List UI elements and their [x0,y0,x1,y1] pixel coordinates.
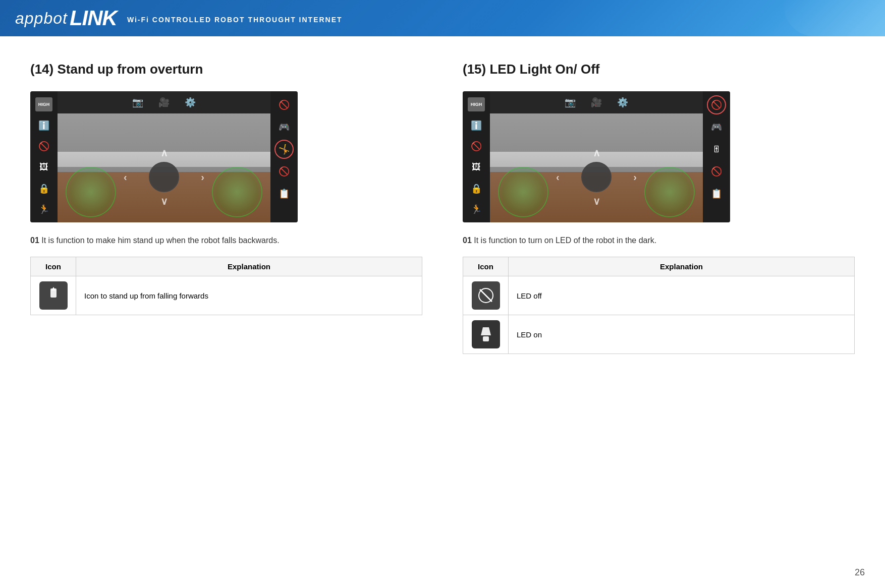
sidebar-right-no2-icon: 🚫 [274,162,294,181]
dpad-center-14 [149,162,179,192]
dpad-up-15: ∧ [593,147,600,159]
svg-line-3 [480,289,492,302]
robot-sidebar-left-14: HIGH ℹ️ 🚫 🖼 🔒 🏃 [30,91,58,222]
dpad-up-14: ∧ [160,147,168,159]
dpad-left-14: ‹ [124,171,127,183]
section-14-title: (14) Stand up from overturn [30,62,422,77]
robot-dpad-15: ∧ ∨ ‹ › [556,147,637,207]
logo-link: LINK [70,6,117,30]
sidebar-15-image-icon: 🖼 [467,158,486,177]
table-14-col-explanation: Explanation [76,257,422,276]
green-glow-right-15 [644,167,695,217]
robot-topbar-15: 📷 🎥 ⚙️ [490,91,703,113]
section-15-desc: 01 It is function to turn on LED of the … [463,234,855,247]
page-number: 26 [855,567,865,578]
table-15-led-on-cell [463,315,509,354]
robot-sidebar-right-15: 🚫 🎮 🎚 🚫 📋 [703,91,730,222]
section-14-desc-num: 01 [30,236,39,245]
sidebar-run-icon: 🏃 [34,200,53,218]
dpad-right-15: › [633,171,637,183]
robot-dpad-14: ∧ ∨ ‹ › [124,147,204,207]
table-15-led-off-explanation: LED off [509,276,855,315]
table-14-explanation-cell: Icon to stand up from falling forwards [76,276,422,315]
sidebar-right-list-icon: 📋 [274,184,294,203]
topbar-settings-icon: ⚙️ [185,97,196,108]
table-15-led-on-explanation: LED on [509,315,855,354]
sidebar-high-badge: HIGH [34,95,53,113]
led-off-icon [472,281,500,310]
green-glow-left-15 [498,167,548,217]
sidebar-standup-icon-highlighted: 🤸 [274,140,294,159]
dpad-left-15: ‹ [556,171,560,183]
sidebar-lock-icon: 🔒 [34,180,53,198]
robot-screen-15: 📷 🎥 ⚙️ HIGH ℹ️ 🚫 🖼 🔒 🏃 🚫 🎮 🎚 🚫 [463,91,730,222]
section-15-desc-body: It is function to turn on LED of the rob… [472,236,656,245]
table-row-led-on: LED on [463,315,855,354]
led-on-icon [472,320,500,348]
topbar-video-icon: 🎥 [158,97,170,108]
main-content: (14) Stand up from overturn 📷 🎥 ⚙️ HIGH … [0,36,885,369]
section-15: (15) LED Light On/ Off 📷 🎥 ⚙️ HIGH ℹ️ 🚫 … [463,62,855,354]
header: appbot LINK Wi-Fi CONTROLLED ROBOT THROU… [0,0,885,36]
sidebar-right-no-icon: 🚫 [274,95,294,114]
header-subtitle: Wi-Fi CONTROLLED ROBOT THROUGHT INTERNET [127,16,343,24]
table-15-col-icon: Icon [463,257,509,276]
svg-marker-4 [481,327,491,335]
table-15-led-off-cell [463,276,509,315]
sidebar-15-no2-icon: 🚫 [707,162,726,181]
section-15-table: Icon Explanation LED off [463,257,855,354]
table-row-led-off: LED off [463,276,855,315]
section-14-desc: 01 It is function to make him stand up w… [30,234,422,247]
green-glow-left-14 [66,167,116,217]
sidebar-15-info-icon: ℹ️ [467,116,486,135]
section-14-table: Icon Explanation Icon to stand up fr [30,257,422,315]
robot-sidebar-right-14: 🚫 🎮 🤸 🚫 📋 [270,91,298,222]
logo-appbot: appbot [15,9,68,28]
sidebar-15-list-icon: 📋 [707,184,726,203]
table-15-col-explanation: Explanation [509,257,855,276]
sidebar-15-run-icon: 🏃 [467,200,486,218]
sidebar-15-led-off-highlighted: 🚫 [707,95,726,114]
dpad-down-14: ∨ [160,195,168,207]
section-14: (14) Stand up from overturn 📷 🎥 ⚙️ HIGH … [30,62,422,354]
sidebar-15-lock-icon: 🔒 [467,180,486,198]
stand-up-icon [39,281,68,310]
high-badge-15: HIGH [468,97,485,111]
table-row: Icon to stand up from falling forwards [31,276,422,315]
dpad-right-14: › [201,171,204,183]
sidebar-right-game-icon: 🎮 [274,117,294,137]
section-15-title: (15) LED Light On/ Off [463,62,855,77]
svg-rect-5 [483,336,489,341]
sidebar-image-icon: 🖼 [34,158,53,177]
dpad-down-15: ∨ [593,195,600,207]
high-badge: HIGH [35,97,52,111]
section-15-desc-num: 01 [463,236,472,245]
topbar-camera-icon: 📷 [132,97,143,108]
section-14-desc-body: It is function to make him stand up when… [39,236,280,245]
green-glow-right-14 [212,167,262,217]
sidebar-no-icon: 🚫 [34,137,53,155]
table-14-col-icon: Icon [31,257,76,276]
dpad-center-15 [581,162,612,192]
topbar-15-video-icon: 🎥 [591,97,602,108]
header-curve [784,0,885,36]
table-14-icon-cell [31,276,76,315]
sidebar-15-no-icon: 🚫 [467,137,486,155]
topbar-15-camera-icon: 📷 [565,97,576,108]
sidebar-15-adjust-icon: 🎚 [707,140,726,159]
robot-sidebar-left-15: HIGH ℹ️ 🚫 🖼 🔒 🏃 [463,91,490,222]
robot-screen-14: 📷 🎥 ⚙️ HIGH ℹ️ 🚫 🖼 🔒 🏃 🚫 🎮 🤸 🚫 [30,91,298,222]
sidebar-15-game-icon: 🎮 [707,117,726,137]
robot-topbar-14: 📷 🎥 ⚙️ [58,91,270,113]
sidebar-15-high-badge: HIGH [467,95,486,113]
sidebar-info-icon: ℹ️ [34,116,53,135]
topbar-15-settings-icon: ⚙️ [617,97,628,108]
logo: appbot LINK [15,6,117,30]
